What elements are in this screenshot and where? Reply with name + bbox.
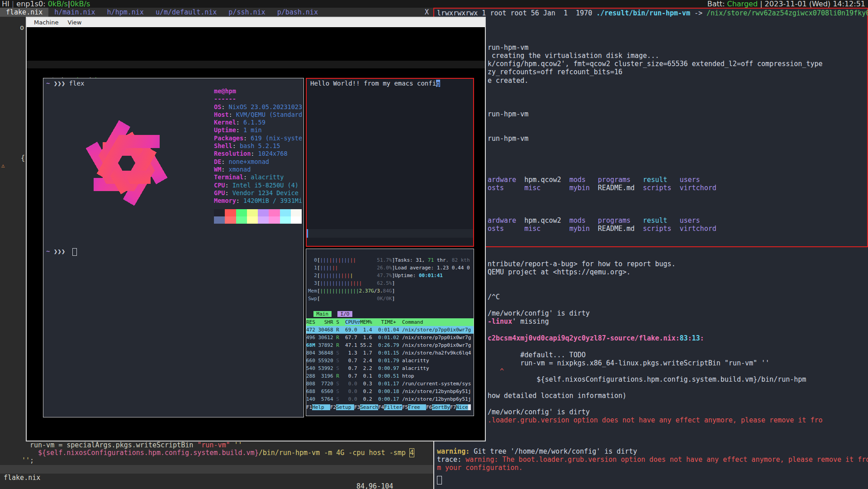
- palette-swatch: [236, 209, 247, 216]
- modeline-accent-bar: [307, 229, 308, 238]
- htop-process-row: 660 55920 S 0.7 2.4 0:01.79 alacritty: [306, 357, 474, 364]
- htop-meter: 1[|||||| 26.0%]: [308, 264, 395, 272]
- qemu-menubar: Machine View: [27, 18, 485, 28]
- neofetch-line: me@hpm: [214, 87, 302, 95]
- neofetch-line: Terminal: alacritty: [214, 173, 302, 181]
- guest-display: HI | eth0: 0kB/s|0kB/s Batt: Charged | 2…: [27, 27, 485, 441]
- palette-swatch: [214, 209, 225, 216]
- neofetch-line: GPU: Vendor 1234 Device: [214, 189, 302, 197]
- htop-tasks-info: Tasks: 31, 71 thr, 82 kthLoad average: 1…: [395, 256, 470, 279]
- network-status: HI | enp1s0: 0kB/s|0kB/s: [2, 0, 90, 8]
- palette-swatch: [258, 209, 269, 216]
- palette-swatch: [280, 209, 291, 216]
- guest-prompt: ~ ❯❯❯ flex: [46, 80, 84, 87]
- modeline-position: 84,96-104: [356, 482, 393, 489]
- guest-emacs-pane[interactable]: Hello World!! from my emacs config ● 34 …: [306, 78, 474, 247]
- palette-swatch: [280, 216, 291, 224]
- htop-screen-tabs[interactable]: Main I/O: [313, 311, 352, 317]
- neofetch-line: DE: none+xmonad: [214, 158, 302, 166]
- htop-meter: 3[|||||||||||||| 62.5%]: [308, 279, 395, 287]
- palette-swatch: [225, 216, 236, 224]
- machine-menu[interactable]: Machine: [34, 19, 58, 26]
- htop-cpu-mem-meters: 0[|||||||||||| 51.7%] 1[|||||| 26.0%] 2[…: [308, 256, 395, 302]
- terminal-pane-top-right[interactable]: [433, 8, 868, 247]
- htop-process-row: 540 53992 S 0.7 2.2 0:00.97 alacritty: [306, 364, 474, 372]
- htop-process-table: 472 30468 R 69.0 1.4 0:01.04 /nix/store/…: [306, 326, 474, 403]
- htop-info-line: Uptime: 00:01:41: [395, 272, 470, 279]
- neofetch-line: Host: KVM/QEMU (Standard: [214, 111, 302, 119]
- palette-swatch: [269, 209, 280, 216]
- terminal-palette-row: [214, 216, 302, 224]
- tab-h-main.nix[interactable]: h/main.nix: [48, 8, 101, 17]
- htop-process-row: 688 6560 S 0.0 0.2 0:00.18 /nix/store/12…: [306, 388, 474, 395]
- htop-info-line: Tasks: 31, 71 thr, 82 kth: [395, 256, 470, 264]
- tab-p-bash.nix[interactable]: p/bash.nix: [271, 8, 324, 17]
- htop-process-row: 288 3196 R 0.7 0.1 0:00.51 htop: [306, 372, 474, 380]
- close-icon[interactable]: X: [425, 8, 429, 17]
- htop-process-row: 808 7720 S 0.0 0.3 0:01.17 /run/current-…: [306, 380, 474, 388]
- neofetch-line: Kernel: 6.1.59: [214, 119, 302, 126]
- htop-table-header[interactable]: RES SHR S CPU%▽MEM% TIME+ Command: [306, 318, 474, 326]
- neofetch-line: WM: xmonad: [214, 166, 302, 173]
- view-menu[interactable]: View: [68, 19, 82, 26]
- guest-status-bar: HI | eth0: 0kB/s|0kB/s Batt: Charged | 2…: [27, 61, 485, 68]
- qemu-window[interactable]: Machine View HI | eth0: 0kB/s|0kB/s Batt…: [26, 17, 486, 441]
- htop-function-keys[interactable]: F1Help F2Setup F3SearchF4FilterF5Tree F6…: [306, 403, 474, 411]
- neofetch-line: Shell: bash 5.2.15: [214, 142, 302, 150]
- neofetch-line: Uptime: 1 min: [214, 126, 302, 134]
- tab-h-hpm.nix[interactable]: h/hpm.nix: [101, 8, 150, 17]
- palette-swatch: [258, 216, 269, 224]
- emacs-modeline-buffer-info: ● 34 *scratch* 1:33 All: [313, 246, 408, 247]
- palette-swatch: [291, 216, 302, 224]
- htop-info-line: Load average: 1.23 0.44 0: [395, 264, 470, 272]
- editor-tab-bar: flake.nixh/main.nixh/hpm.nixu/m/default.…: [0, 8, 433, 17]
- terminal-pane-bottom-right[interactable]: [433, 247, 868, 489]
- nixos-logo: [47, 88, 206, 238]
- tab-flake.nix[interactable]: flake.nix: [0, 8, 48, 17]
- htop-process-row: 68M 37892 R 47.1 55.2 0:26.79 /nix/store…: [306, 341, 474, 349]
- htop-process-row: 496 30612 R 67.7 1.6 0:01.02 /nix/store/…: [306, 334, 474, 341]
- palette-swatch: [291, 209, 302, 216]
- editor-modeline: flake.nix 84,96-104 75%: [0, 465, 433, 474]
- screen: HI | enp1s0: 0kB/s|0kB/s Batt: Charged |…: [0, 0, 868, 489]
- htop-meter: Swp[ 0K/0K]: [308, 295, 395, 302]
- neofetch-line: Memory: 1420MiB / 3931Mi: [214, 197, 302, 205]
- palette-swatch: [269, 216, 280, 224]
- neofetch-output: me@hpm------OS: NixOS 23.05.20231023Host…: [214, 87, 302, 205]
- neofetch-line: CPU: Intel i5-8250U (4): [214, 182, 302, 189]
- htop-meter: 2[||||||||||| 47.7%]: [308, 272, 395, 279]
- htop-process-row: 472 30468 R 69.0 1.4 0:01.04 /nix/store/…: [306, 326, 474, 334]
- palette-swatch: [247, 209, 258, 216]
- palette-swatch: [214, 216, 225, 224]
- guest-htop-pane[interactable]: 0[|||||||||||| 51.7%] 1[|||||| 26.0%] 2[…: [306, 249, 474, 416]
- neofetch-line: Packages: 619 (nix-syste: [214, 134, 302, 142]
- neofetch-line: ------: [214, 95, 302, 103]
- htop-meter: Mem[|||||||||||||2.37G/3.84G]: [308, 287, 395, 295]
- tab-u-m-default.nix[interactable]: u/m/default.nix: [150, 8, 223, 17]
- palette-swatch: [247, 216, 258, 224]
- battery-clock: Batt: Charged | 2023-11-01 (Wed) 14:12:5…: [707, 0, 865, 8]
- neofetch-line: Resolution: 1024x768: [214, 150, 302, 158]
- htop-process-row: 804 36848 S 1.3 1.7 0:01.15 /nix/store/h…: [306, 349, 474, 357]
- palette-swatch: [225, 209, 236, 216]
- emacs-buffer-text: Hello World!! from my emacs config: [310, 80, 440, 87]
- emacs-modeline: ● 34 *scratch* 1:33 All Fundamental: [307, 229, 473, 238]
- guest-terminal-pane[interactable]: ~ ❯❯❯ flex: [43, 78, 304, 417]
- htop-process-row: 140 5764 S 0.0 0.2 0:00.17 /nix/store/12…: [306, 395, 474, 403]
- neofetch-line: OS: NixOS 23.05.20231023: [214, 103, 302, 111]
- terminal-palette-row: [214, 209, 302, 216]
- guest-terminal-cursor: [72, 248, 77, 256]
- host-status-bar: HI | enp1s0: 0kB/s|0kB/s Batt: Charged |…: [0, 0, 868, 8]
- modeline-filename: flake.nix: [4, 474, 40, 482]
- palette-swatch: [236, 216, 247, 224]
- htop-meter: 0[|||||||||||| 51.7%]: [308, 256, 395, 264]
- tab-p-ssh.nix[interactable]: p/ssh.nix: [223, 8, 271, 17]
- guest-prompt: ~ ❯❯❯: [46, 248, 69, 255]
